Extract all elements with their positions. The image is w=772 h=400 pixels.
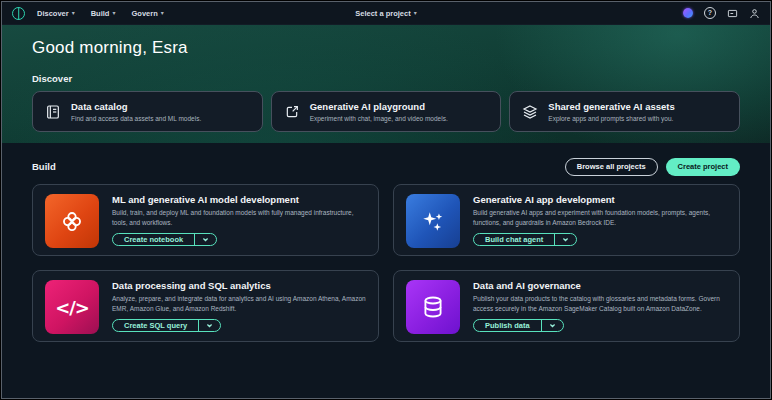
card-data-ai-governance[interactable]: Data and AI governance Publish your data… bbox=[393, 270, 740, 342]
card-description: Analyze, prepare, and integrate data for… bbox=[112, 294, 366, 314]
build-section-label: Build bbox=[32, 161, 56, 172]
build-section: Build Browse all projects Create project… bbox=[2, 143, 770, 342]
card-ml-model-development[interactable]: ML and generative AI model development B… bbox=[32, 184, 379, 256]
card-description: Build, train, and deploy ML and foundati… bbox=[112, 208, 366, 228]
discover-cards: Data catalog Find and access data assets… bbox=[32, 91, 740, 132]
create-notebook-split-button: Create notebook bbox=[112, 233, 217, 247]
nav-menu-discover-label: Discover bbox=[37, 9, 69, 18]
build-chat-agent-dropdown-button[interactable] bbox=[554, 234, 576, 246]
project-selector[interactable]: Select a project ▾ bbox=[355, 9, 416, 18]
create-sql-query-dropdown-button[interactable] bbox=[198, 320, 220, 332]
card-title: Data processing and SQL analytics bbox=[112, 280, 366, 291]
card-title: Shared generative AI assets bbox=[548, 101, 674, 112]
catalog-icon bbox=[45, 104, 61, 120]
card-title: Generative AI playground bbox=[310, 101, 448, 112]
card-title: Data catalog bbox=[71, 101, 201, 112]
nav-menu-build[interactable]: Build ▾ bbox=[91, 9, 116, 18]
card-description: Build generative AI apps and experiment … bbox=[473, 208, 727, 228]
card-data-catalog[interactable]: Data catalog Find and access data assets… bbox=[32, 91, 263, 132]
database-icon bbox=[406, 280, 460, 334]
card-shared-genai-assets[interactable]: Shared generative AI assets Explore apps… bbox=[509, 91, 740, 132]
card-title: Data and AI governance bbox=[473, 280, 727, 291]
chevron-down-icon: ▾ bbox=[112, 10, 115, 16]
chevron-down-icon: ▾ bbox=[161, 10, 164, 16]
card-description: Publish your data products to the catalo… bbox=[473, 294, 727, 314]
feedback-icon[interactable] bbox=[727, 8, 738, 19]
nav-menu-build-label: Build bbox=[91, 9, 110, 18]
chevron-down-icon bbox=[202, 236, 209, 243]
app-window: Discover ▾ Build ▾ Govern ▾ Select a pro… bbox=[2, 2, 770, 398]
card-description: Explore apps and prompts shared with you… bbox=[548, 115, 674, 122]
card-data-processing-sql[interactable]: </> Data processing and SQL analytics An… bbox=[32, 270, 379, 342]
build-cards: ML and generative AI model development B… bbox=[32, 184, 740, 342]
code-icon: </> bbox=[45, 280, 99, 334]
card-text: Data and AI governance Publish your data… bbox=[473, 280, 727, 332]
sagemaker-logo-icon[interactable] bbox=[12, 7, 25, 20]
card-text: Data catalog Find and access data assets… bbox=[71, 101, 201, 122]
sparkles-icon bbox=[406, 194, 460, 248]
amazon-q-icon[interactable] bbox=[683, 8, 693, 18]
nav-menu-discover[interactable]: Discover ▾ bbox=[37, 9, 75, 18]
card-text: ML and generative AI model development B… bbox=[112, 194, 366, 246]
card-description: Experiment with chat, image, and video m… bbox=[310, 115, 448, 122]
chevron-down-icon: ▾ bbox=[72, 10, 75, 16]
discover-section-label: Discover bbox=[32, 73, 740, 84]
page-title: Good morning, Esra bbox=[32, 38, 740, 58]
topnav-utilities: ? bbox=[683, 7, 760, 19]
create-notebook-button[interactable]: Create notebook bbox=[113, 234, 194, 246]
create-notebook-dropdown-button[interactable] bbox=[194, 234, 216, 246]
card-text: Generative AI playground Experiment with… bbox=[310, 101, 448, 122]
chevron-down-icon bbox=[562, 236, 569, 243]
build-actions: Browse all projects Create project bbox=[565, 158, 740, 176]
publish-data-button[interactable]: Publish data bbox=[474, 320, 541, 332]
publish-data-split-button: Publish data bbox=[473, 319, 564, 333]
chevron-down-icon: ▾ bbox=[414, 10, 417, 16]
create-project-button[interactable]: Create project bbox=[666, 158, 740, 176]
brain-icon bbox=[45, 194, 99, 248]
browse-all-projects-button[interactable]: Browse all projects bbox=[565, 158, 658, 176]
card-title: Generative AI app development bbox=[473, 194, 727, 205]
hero-section: Good morning, Esra Discover Data catalog… bbox=[2, 25, 770, 143]
create-sql-query-split-button: Create SQL query bbox=[112, 319, 221, 333]
build-chat-agent-button[interactable]: Build chat agent bbox=[474, 234, 554, 246]
layers-icon bbox=[522, 104, 538, 120]
project-selector-label: Select a project bbox=[355, 9, 410, 18]
card-description: Find and access data assets and ML model… bbox=[71, 115, 201, 122]
chevron-down-icon bbox=[549, 322, 556, 329]
card-genai-app-development[interactable]: Generative AI app development Build gene… bbox=[393, 184, 740, 256]
top-navigation: Discover ▾ Build ▾ Govern ▾ Select a pro… bbox=[2, 2, 770, 25]
playground-icon bbox=[284, 104, 300, 120]
profile-icon[interactable] bbox=[749, 8, 760, 19]
build-header: Build Browse all projects Create project bbox=[32, 157, 740, 176]
build-chat-agent-split-button: Build chat agent bbox=[473, 233, 577, 247]
card-text: Data processing and SQL analytics Analyz… bbox=[112, 280, 366, 332]
publish-data-dropdown-button[interactable] bbox=[541, 320, 563, 332]
chevron-down-icon bbox=[206, 322, 213, 329]
nav-menu-govern-label: Govern bbox=[131, 9, 157, 18]
create-sql-query-button[interactable]: Create SQL query bbox=[113, 320, 198, 332]
card-title: ML and generative AI model development bbox=[112, 194, 366, 205]
help-icon[interactable]: ? bbox=[704, 7, 716, 19]
card-genai-playground[interactable]: Generative AI playground Experiment with… bbox=[271, 91, 502, 132]
card-text: Generative AI app development Build gene… bbox=[473, 194, 727, 246]
nav-menu-govern[interactable]: Govern ▾ bbox=[131, 9, 163, 18]
card-text: Shared generative AI assets Explore apps… bbox=[548, 101, 674, 122]
